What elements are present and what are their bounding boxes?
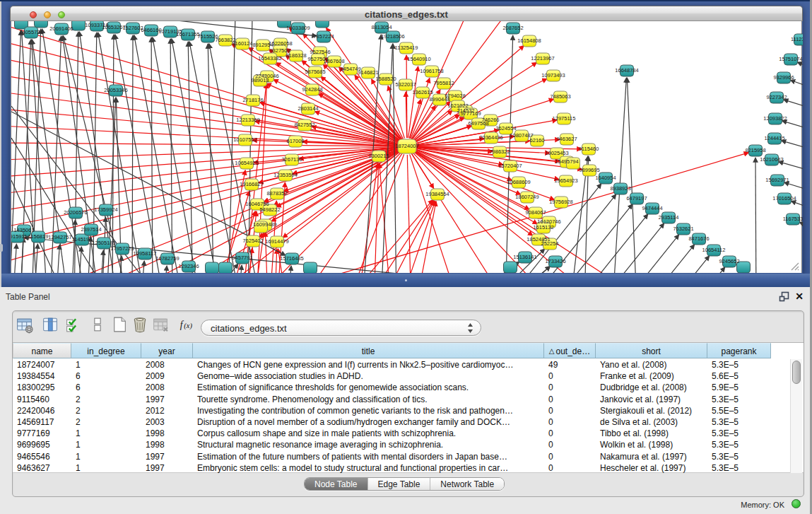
network-graph[interactable]: 1405572420691406109337191065326715276026… xyxy=(11,21,803,273)
table-cell[interactable]: 5.6E–5 xyxy=(707,370,771,382)
scrollbar-thumb[interactable] xyxy=(792,361,801,384)
table-cell[interactable]: 5.3E–5 xyxy=(707,451,771,462)
graph-edge[interactable] xyxy=(623,235,679,273)
column-header-title[interactable]: title xyxy=(193,343,544,358)
column-header-pagerank[interactable]: pagerank xyxy=(707,343,771,358)
table-cell[interactable]: 5.9E–5 xyxy=(707,382,771,393)
table-cell[interactable]: 2009 xyxy=(141,370,193,382)
graph-edge[interactable] xyxy=(784,100,803,113)
graph-edge[interactable] xyxy=(799,222,803,235)
table-cell[interactable]: Nakamura et al. (1997) xyxy=(596,451,707,462)
row-height-icon[interactable] xyxy=(88,315,107,335)
close-panel-icon[interactable]: ✕ xyxy=(794,291,804,302)
table-row[interactable]: 1456911722003Disruption of a novel membe… xyxy=(13,416,790,428)
table-cell[interactable]: 6 xyxy=(71,370,141,382)
graph-edge[interactable] xyxy=(132,35,133,273)
tab-edge-table[interactable]: Edge Table xyxy=(368,478,431,490)
graph-edge[interactable] xyxy=(406,55,407,138)
graph-node[interactable] xyxy=(35,21,48,28)
delete-table-icon[interactable] xyxy=(131,315,149,335)
table-cell[interactable]: 1 xyxy=(71,359,141,370)
table-cell[interactable]: 0 xyxy=(544,462,596,474)
table-row[interactable]: 1938455462009Genome–wide association stu… xyxy=(13,370,790,382)
graph-edge[interactable] xyxy=(647,245,695,273)
network-canvas[interactable]: 1405572420691406109337191065326715276026… xyxy=(11,21,802,273)
table-cell[interactable]: Estimation of the future numbers of pati… xyxy=(193,451,544,462)
table-cell[interactable]: 14569117 xyxy=(13,416,71,428)
table-cell[interactable]: 9115460 xyxy=(13,394,71,405)
vertical-scrollbar[interactable] xyxy=(790,359,802,473)
graph-edge[interactable] xyxy=(797,62,803,75)
graph-edge[interactable] xyxy=(275,249,277,273)
graph-edge[interactable] xyxy=(627,78,637,273)
table-cell[interactable]: 1997 xyxy=(141,462,193,474)
table-row[interactable]: 911546021997Tourette syndrome. Phenomeno… xyxy=(13,394,790,405)
graph-edge[interactable] xyxy=(13,244,16,273)
graph-edge[interactable] xyxy=(413,152,580,274)
table-cell[interactable]: 1997 xyxy=(141,394,193,405)
table-cell[interactable]: 9465546 xyxy=(13,451,71,462)
graph-edge[interactable] xyxy=(782,141,803,154)
table-cell[interactable]: 2003 xyxy=(141,416,193,428)
table-cell[interactable]: Changes of HCN gene expression and I(f) … xyxy=(193,359,544,370)
graph-edge[interactable] xyxy=(671,256,710,273)
table-cell[interactable]: 1 xyxy=(71,451,141,462)
table-cell[interactable]: 19384554 xyxy=(13,370,71,382)
table-cell[interactable]: 0 xyxy=(544,439,596,450)
graph-edge[interactable] xyxy=(343,200,433,273)
graph-node[interactable] xyxy=(316,21,329,28)
table-cell[interactable]: 0 xyxy=(544,370,596,382)
table-row[interactable]: 1830029562008Estimation of significance … xyxy=(13,382,790,393)
table-row[interactable]: 977716911998Corpus callosum shape and si… xyxy=(13,428,790,439)
table-cell[interactable]: Disruption of a novel member of a sodium… xyxy=(193,416,544,428)
table-cell[interactable]: 0 xyxy=(544,451,596,462)
table-cell[interactable]: 1 xyxy=(71,462,141,474)
graph-node[interactable] xyxy=(219,262,233,273)
table-cell[interactable]: 2012 xyxy=(141,405,193,416)
graph-edge[interactable] xyxy=(24,238,714,273)
panel-divider[interactable] xyxy=(1,274,810,287)
create-table-icon[interactable] xyxy=(110,315,129,335)
table-cell[interactable]: Estimation of significance thresholds fo… xyxy=(193,382,544,393)
table-cell[interactable]: 1998 xyxy=(141,428,193,439)
float-panel-icon[interactable] xyxy=(779,291,789,302)
graph-node[interactable] xyxy=(72,21,86,30)
tab-node-table[interactable]: Node Table xyxy=(305,478,368,490)
graph-edge[interactable] xyxy=(312,153,402,273)
table-cell[interactable]: 2008 xyxy=(141,359,193,370)
table-cell[interactable]: 5.5E–5 xyxy=(707,405,771,416)
table-cell[interactable]: Tourette syndrome. Phenomenology and cla… xyxy=(193,394,544,405)
table-cell[interactable]: 5.3E–5 xyxy=(707,428,771,439)
graph-edge[interactable] xyxy=(11,109,399,146)
table-cell[interactable]: 5.3E–5 xyxy=(707,416,771,428)
table-cell[interactable]: 2 xyxy=(71,416,141,428)
table-cell[interactable]: 0 xyxy=(544,428,596,439)
tab-network-table[interactable]: Network Table xyxy=(430,478,504,490)
table-cell[interactable]: Jankovic et al. (1997) xyxy=(596,394,707,405)
table-cell[interactable]: Corpus callosum shape and size in male p… xyxy=(193,428,544,439)
graph-edge[interactable] xyxy=(56,245,59,273)
table-cell[interactable]: 2 xyxy=(71,405,141,416)
table-cell[interactable]: Structural magnetic resonance image aver… xyxy=(193,439,544,450)
graph-edge[interactable] xyxy=(115,35,165,273)
clear-table-icon[interactable] xyxy=(151,315,170,335)
table-cell[interactable]: Investigating the contribution of common… xyxy=(193,405,544,416)
table-cell[interactable]: Franke et al. (2009) xyxy=(596,370,707,382)
table-cell[interactable]: 0 xyxy=(544,394,596,405)
table-cell[interactable]: Tibbo et al. (1998) xyxy=(596,428,707,439)
network-file-select[interactable]: citations_edges.txt xyxy=(201,320,481,336)
table-row[interactable]: 2242004622012Investigating the contribut… xyxy=(13,405,790,416)
table-cell[interactable]: 1998 xyxy=(141,439,193,450)
table-cell[interactable]: 22420046 xyxy=(13,405,71,416)
graph-node[interactable] xyxy=(206,262,219,273)
window-titlebar[interactable]: citations_edges.txt xyxy=(10,6,803,21)
resize-grip-icon[interactable] xyxy=(789,261,799,271)
table-cell[interactable]: 5.3E–5 xyxy=(707,439,771,450)
table-cell[interactable]: 0 xyxy=(544,405,596,416)
table-cell[interactable]: de Silva et al. (2003) xyxy=(596,416,707,428)
table-cell[interactable]: Yano et al. (2008) xyxy=(596,359,707,370)
table-cell[interactable]: 9699695 xyxy=(13,439,71,450)
table-cell[interactable]: 9777169 xyxy=(13,428,71,439)
graph-edge[interactable] xyxy=(755,158,756,273)
table-cell[interactable]: Hescheler et al. (1997) xyxy=(596,462,707,474)
